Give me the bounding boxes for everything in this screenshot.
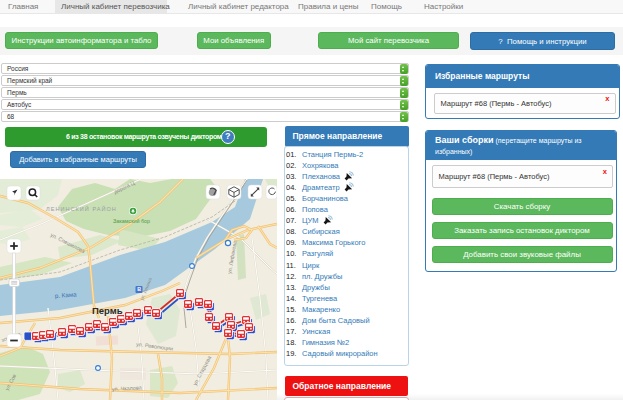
svg-text:В: В <box>137 286 141 292</box>
svg-text:ЛЕНИНСКИЙ РАЙОН: ЛЕНИНСКИЙ РАЙОН <box>46 205 117 212</box>
svg-text:Закамский бор: Закамский бор <box>113 218 150 224</box>
